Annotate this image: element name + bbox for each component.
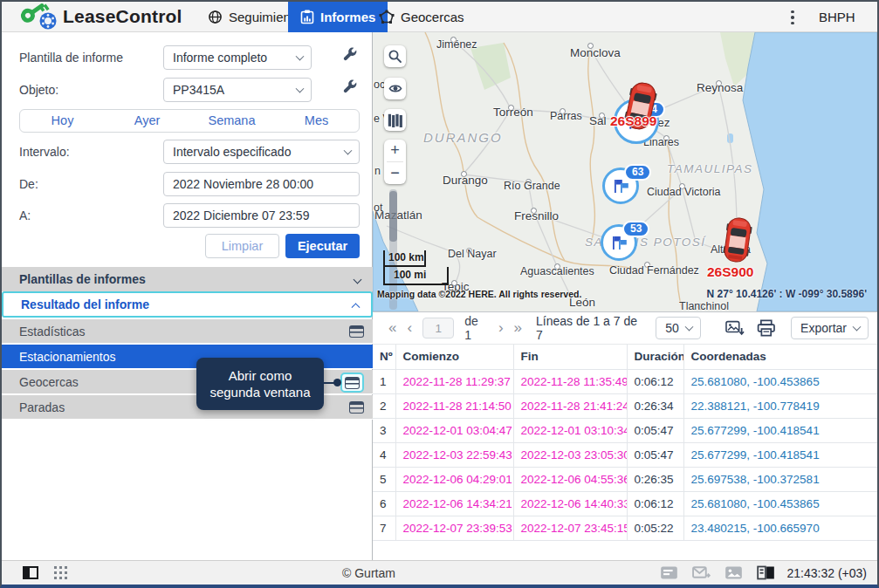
scale-bar — [383, 265, 426, 267]
map-label: Parras — [550, 110, 582, 122]
tab-geocercas[interactable]: Geocercas — [367, 2, 477, 32]
map-label: Fresnillo — [514, 209, 559, 222]
print-icon[interactable] — [757, 319, 776, 337]
cluster-count-badge[interactable]: 53 — [622, 221, 649, 237]
toggle-panel-icon[interactable] — [23, 566, 38, 579]
page-count: de 1 — [459, 314, 493, 342]
kebab-menu-icon[interactable] — [786, 8, 800, 27]
map-label: Ciudad Victoria — [647, 186, 721, 198]
table-row[interactable]: 22022-11-28 21:14:50 2022-11-28 21:41:24… — [373, 393, 877, 418]
col-end: Fin — [513, 345, 627, 369]
item-label: Estadísticas — [19, 325, 85, 338]
report-result-panel: « ‹ de 1 › » Líneas de 1 a 7 de 7 50 Exp… — [373, 311, 877, 560]
section-report-result[interactable]: Resultado del informe — [2, 291, 373, 318]
apps-grid-icon[interactable] — [54, 566, 68, 580]
map[interactable]: Jiménez Monclova Reynosa Torreón Parras … — [373, 32, 877, 311]
zoom-slider-thumb[interactable] — [389, 191, 397, 242]
open-second-window-icon[interactable] — [349, 401, 364, 414]
range-month[interactable]: Mes — [274, 110, 359, 132]
table-row[interactable]: 52022-12-06 04:29:01 2022-12-06 04:55:36… — [373, 467, 877, 491]
table-row[interactable]: 72022-12-07 23:39:53 2022-12-07 23:45:15… — [373, 516, 877, 540]
export-button[interactable]: Exportar — [791, 317, 869, 339]
report-panel: Plantilla de informe Informe completo Ob… — [2, 32, 373, 560]
range-week[interactable]: Semana — [189, 110, 274, 132]
city-dot — [451, 280, 457, 286]
from-label: De: — [19, 177, 38, 191]
from-input[interactable]: 2022 Noviembre 28 00:00 — [163, 172, 360, 196]
zoom-out-button[interactable]: − — [384, 162, 406, 184]
map-layers-button[interactable] — [384, 109, 406, 131]
lines-info: Líneas de 1 a 7 de 7 — [536, 314, 645, 342]
last-page-button[interactable]: » — [509, 319, 527, 337]
table-row[interactable]: 12022-11-28 11:29:37 2022-11-28 11:35:49… — [373, 369, 877, 393]
image-icon[interactable] — [724, 565, 743, 580]
first-page-button[interactable]: « — [383, 319, 402, 337]
unit-label-26S899[interactable]: 26S899 — [610, 113, 656, 129]
flags-icon — [612, 177, 629, 195]
map-label: Del Nayar — [448, 248, 497, 260]
object-value: PP3415A — [173, 83, 224, 97]
bottom-bar: © Gurtam 21:43:32 (+03) — [2, 560, 877, 585]
map-label: Durango — [443, 174, 488, 187]
map-label-fragment: ot — [374, 202, 382, 214]
messages-icon[interactable] — [692, 565, 711, 580]
table-row[interactable]: 62022-12-06 14:34:21 2022-12-06 14:40:33… — [373, 491, 877, 516]
cluster-count-badge[interactable]: 63 — [624, 164, 651, 181]
map-attribution: Mapping data ©2022 HERE. All rights rese… — [377, 289, 581, 299]
result-item-estadisticas[interactable]: Estadísticas — [2, 319, 373, 344]
page-input[interactable] — [422, 318, 454, 338]
geocercas-window-icon-highlight[interactable] — [340, 373, 364, 393]
map-label: DURANGO — [423, 130, 503, 145]
item-label: Geocercas — [19, 375, 79, 389]
to-input[interactable]: 2022 Diciembre 07 23:59 — [163, 203, 360, 228]
map-label: Reynosa — [697, 81, 743, 94]
map-layers-icon — [388, 113, 403, 127]
zoom-in-button[interactable]: + — [384, 140, 406, 161]
table-header-row: Nº Comienzo Fin Duración Coordenadas — [373, 345, 877, 369]
export-label: Exportar — [800, 321, 847, 335]
map-search-button[interactable] — [384, 45, 406, 67]
next-page-button[interactable]: › — [493, 319, 509, 337]
table-row[interactable]: 42022-12-03 22:59:43 2022-12-03 23:05:30… — [373, 442, 877, 467]
object-label: Objeto: — [19, 83, 58, 97]
template-settings-icon[interactable] — [342, 46, 358, 62]
col-number: Nº — [373, 345, 395, 369]
object-select[interactable]: PP3415A — [163, 78, 312, 102]
open-second-window-icon[interactable] — [349, 325, 364, 338]
map-label: Jiménez — [436, 38, 477, 51]
item-label: Estacionamientos — [19, 350, 116, 364]
interval-select[interactable]: Intervalo especificado — [163, 140, 360, 164]
top-bar: LeaseControl Seguimiento Informes Geocer… — [2, 2, 877, 32]
col-coordinates: Coordenadas — [683, 345, 877, 369]
col-duration: Duración — [627, 345, 683, 369]
map-label-fragment: n — [374, 165, 381, 177]
range-today[interactable]: Hoy — [20, 110, 105, 132]
screenshot-icon[interactable] — [725, 319, 745, 337]
page-size-select[interactable]: 50 — [656, 317, 701, 339]
range-yesterday[interactable]: Ayer — [105, 110, 189, 132]
prev-page-button[interactable]: ‹ — [402, 319, 417, 337]
table-row[interactable]: 32022-12-01 03:04:47 2022-12-01 03:10:34… — [373, 418, 877, 442]
scale-mi-label: 100 mi — [394, 269, 426, 281]
open-second-window-icon[interactable] — [345, 377, 360, 389]
flags-icon — [610, 234, 628, 251]
template-select[interactable]: Informe completo — [163, 45, 312, 70]
section-label: Plantillas de informes — [19, 272, 146, 286]
quick-range-bar: Hoy Ayer Semana Mes — [19, 109, 360, 133]
user-name[interactable]: BHPH — [819, 10, 855, 24]
scale-km-label: 100 km — [388, 251, 424, 263]
map-label: Río Grande — [504, 180, 560, 192]
map-visibility-button[interactable] — [384, 78, 406, 99]
layout-split-icon[interactable] — [757, 565, 775, 580]
map-label: Torreón — [493, 106, 533, 119]
section-report-templates[interactable]: Plantillas de informes — [2, 267, 373, 291]
info-card-icon[interactable] — [660, 565, 678, 580]
clear-button[interactable]: Limpiar — [205, 234, 279, 258]
interval-label: Intervalo: — [19, 145, 70, 159]
map-label: Tlanchinol — [679, 300, 729, 311]
chevron-up-icon — [352, 303, 361, 311]
app-title: LeaseControl — [63, 6, 182, 27]
execute-button[interactable]: Ejecutar — [285, 234, 360, 258]
object-settings-icon[interactable] — [342, 79, 358, 94]
unit-label-26S900[interactable]: 26S900 — [707, 264, 753, 280]
